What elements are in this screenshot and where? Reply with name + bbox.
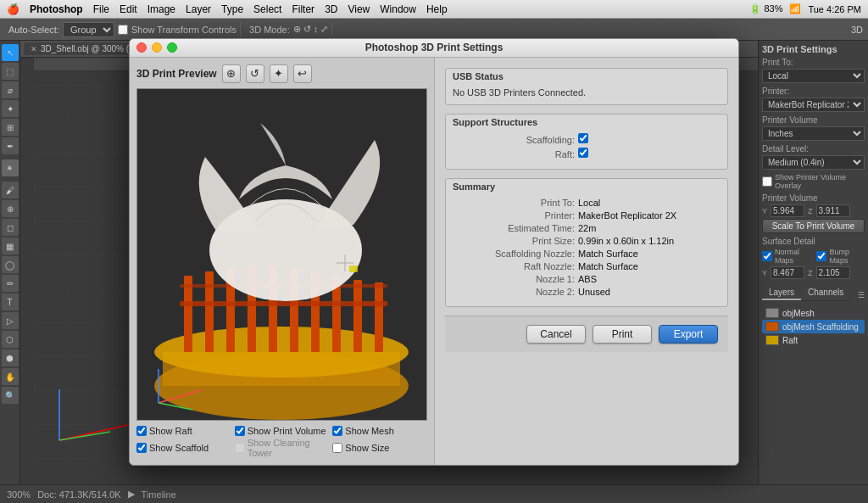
checkbox-area: Show Raft Show Print Volume Show Mesh Sh… <box>136 426 427 458</box>
summary-row: Nozzle 1:ABS <box>456 274 717 284</box>
show-size-label: Show Size <box>345 443 389 453</box>
preview-label: 3D Print Preview <box>136 68 217 80</box>
menu-photoshop[interactable]: Photoshop <box>30 3 83 15</box>
summary-row: Print To:Local <box>456 198 717 208</box>
menu-view[interactable]: View <box>348 3 370 15</box>
summary-row: Printer:MakerBot Replicator 2X <box>456 210 717 221</box>
summary-title: Summary <box>446 179 727 194</box>
show-print-volume-label: Show Print Volume <box>248 426 326 436</box>
dialog-left: 3D Print Preview ⊕ ↺ ✦ ↩ <box>130 58 435 465</box>
battery-icon: 🔋 83% <box>749 3 782 14</box>
usb-section-title: USB Status <box>446 69 727 84</box>
show-mesh-checkbox[interactable] <box>332 426 342 436</box>
svg-rect-18 <box>180 301 387 306</box>
preview-btn-undo[interactable]: ↩ <box>293 64 312 83</box>
window-controls <box>136 42 177 53</box>
summary-row: Estimated Time:22m <box>456 223 717 233</box>
svg-rect-17 <box>375 282 383 352</box>
summary-val: 0.99in x 0.60in x 1.12in <box>578 236 674 246</box>
summary-row: Nozzle 2:Unused <box>456 287 717 297</box>
summary-row: Scaffolding Nozzle:Match Surface <box>456 249 717 259</box>
dialog-titlebar: Photoshop 3D Print Settings <box>130 39 738 58</box>
svg-rect-9 <box>205 271 214 352</box>
summary-val: Match Surface <box>578 249 638 259</box>
dialog-right: USB Status No USB 3D Printers Connected.… <box>435 58 738 465</box>
show-mesh-label: Show Mesh <box>345 426 393 436</box>
summary-key: Print To: <box>456 198 575 208</box>
dialog-body: 3D Print Preview ⊕ ↺ ✦ ↩ <box>130 58 738 465</box>
menu-3d[interactable]: 3D <box>325 3 337 15</box>
summary-val: MakerBot Replicator 2X <box>578 210 676 221</box>
menu-type[interactable]: Type <box>221 3 243 15</box>
support-section-body: Scaffolding: Raft: <box>446 130 727 169</box>
svg-rect-23 <box>349 265 358 272</box>
summary-key: Raft Nozzle: <box>456 261 575 271</box>
summary-key: Scaffolding Nozzle: <box>456 249 575 259</box>
maximize-button[interactable] <box>167 42 177 53</box>
show-mesh-item: Show Mesh <box>332 426 427 436</box>
show-print-volume-item: Show Print Volume <box>235 426 330 436</box>
wifi-icon: 📶 <box>789 3 801 14</box>
summary-key: Nozzle 2: <box>456 287 575 297</box>
support-section: Support Structures Scaffolding: Raft: <box>445 114 728 170</box>
summary-body: Print To:LocalPrinter:MakerBot Replicato… <box>446 194 727 306</box>
menu-window[interactable]: Window <box>380 3 416 15</box>
raft-row: Raft: <box>456 148 717 159</box>
summary-val: Unused <box>578 287 610 297</box>
show-size-checkbox[interactable] <box>332 443 342 453</box>
summary-row: Print Size:0.99in x 0.60in x 1.12in <box>456 236 717 246</box>
usb-section: USB Status No USB 3D Printers Connected. <box>445 68 728 105</box>
print-button[interactable]: Print <box>593 325 652 344</box>
clock: Tue 4:26 PM <box>808 4 861 14</box>
show-print-volume-checkbox[interactable] <box>235 426 245 436</box>
menu-help[interactable]: Help <box>426 3 448 15</box>
raft-checkbox[interactable] <box>578 148 588 158</box>
summary-val: ABS <box>578 274 597 284</box>
preview-toolbar: 3D Print Preview ⊕ ↺ ✦ ↩ <box>136 64 427 83</box>
svg-rect-16 <box>353 280 362 352</box>
print-settings-dialog: Photoshop 3D Print Settings 3D Print Pre… <box>129 38 739 466</box>
preview-scene <box>137 89 426 420</box>
preview-btn-rotate[interactable]: ↺ <box>246 64 264 83</box>
close-button[interactable] <box>136 42 147 53</box>
summary-val: Local <box>578 198 600 208</box>
show-raft-label: Show Raft <box>149 426 192 436</box>
show-scaffold-label: Show Scaffold <box>149 443 209 453</box>
menu-filter[interactable]: Filter <box>292 3 314 15</box>
summary-key: Print Size: <box>456 236 575 246</box>
show-scaffold-checkbox[interactable] <box>136 443 147 453</box>
scaffolding-row: Scaffolding: <box>456 133 717 145</box>
menu-file[interactable]: File <box>93 3 109 15</box>
summary-key: Estimated Time: <box>456 223 575 233</box>
scaffolding-checkbox[interactable] <box>578 133 588 143</box>
preview-canvas[interactable] <box>136 88 427 421</box>
raft-label: Raft: <box>456 149 575 159</box>
menu-image[interactable]: Image <box>147 3 175 15</box>
show-cleaning-tower-item: Show Cleaning Tower <box>235 438 330 458</box>
dialog-title: Photoshop 3D Print Settings <box>365 42 504 53</box>
export-button[interactable]: Export <box>659 325 718 344</box>
summary-val: Match Surface <box>578 261 638 271</box>
scaffolding-label: Scaffolding: <box>456 135 575 145</box>
menu-edit[interactable]: Edit <box>120 3 137 15</box>
menu-select[interactable]: Select <box>253 3 281 15</box>
summary-row: Raft Nozzle:Match Surface <box>456 261 717 271</box>
summary-section: Summary Print To:LocalPrinter:MakerBot R… <box>445 178 728 307</box>
minimize-button[interactable] <box>152 42 162 53</box>
usb-status-message: No USB 3D Printers Connected. <box>446 84 727 104</box>
show-cleaning-tower-label: Show Cleaning Tower <box>248 438 330 458</box>
show-raft-item: Show Raft <box>136 426 231 436</box>
show-raft-checkbox[interactable] <box>136 426 147 436</box>
support-section-title: Support Structures <box>446 115 727 130</box>
menu-bar: 🍎 Photoshop File Edit Image Layer Type S… <box>0 0 868 19</box>
preview-btn-move[interactable]: ✦ <box>270 64 288 83</box>
summary-key: Nozzle 1: <box>456 274 575 284</box>
apple-menu[interactable]: 🍎 <box>7 3 19 15</box>
summary-val: 22m <box>578 223 596 233</box>
menu-layer[interactable]: Layer <box>186 3 211 15</box>
cancel-button[interactable]: Cancel <box>526 325 586 344</box>
show-scaffold-item: Show Scaffold <box>136 438 231 458</box>
summary-key: Printer: <box>456 210 575 221</box>
preview-btn-crosshair[interactable]: ⊕ <box>222 64 241 83</box>
show-size-item: Show Size <box>332 438 427 458</box>
